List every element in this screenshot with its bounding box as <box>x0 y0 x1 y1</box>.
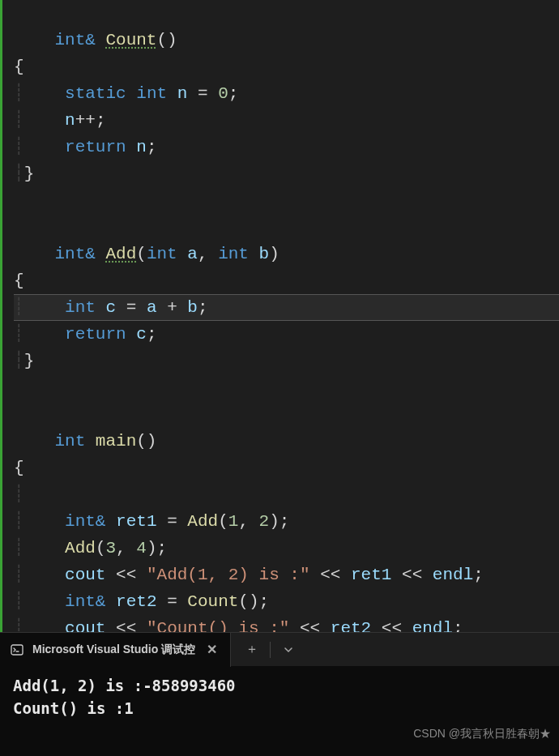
function-name: Count <box>105 31 156 49</box>
chevron-down-icon[interactable] <box>277 639 300 661</box>
code-line[interactable]: { <box>2 455 559 481</box>
keyword: int& <box>54 31 95 49</box>
output-line: Add(1, 2) is :-858993460 <box>13 674 546 697</box>
terminal-output[interactable]: Add(1, 2) is :-858993460 Count() is :1 <box>0 666 559 728</box>
new-tab-button[interactable]: ＋ <box>241 639 263 661</box>
terminal-tab[interactable]: Microsoft Visual Studio 调试控 ✕ <box>0 633 231 667</box>
code-line[interactable]: int main() <box>2 401 559 455</box>
code-line[interactable]: { <box>2 267 559 294</box>
code-line[interactable]: ┊ int& ret2 = Count(); <box>2 588 559 615</box>
code-line[interactable]: int& Add(int a, int b) <box>2 214 559 267</box>
close-icon[interactable]: ✕ <box>203 642 220 657</box>
code-line[interactable]: ┊ static int n = 0; <box>2 80 559 107</box>
code-line[interactable] <box>2 187 559 214</box>
tab-actions: ＋ <box>231 639 300 661</box>
code-line[interactable]: ┊ cout << "Add(1, 2) is :" << ret1 << en… <box>2 562 559 588</box>
code-line[interactable]: ┊ return c; <box>2 321 559 348</box>
code-line[interactable]: ┊ n++; <box>2 107 559 134</box>
code-line[interactable]: ┆} <box>2 348 559 374</box>
code-line[interactable]: { <box>2 53 559 80</box>
terminal-icon <box>10 643 24 657</box>
code-line[interactable]: ┊ return n; <box>2 134 559 160</box>
watermark: CSDN @我言秋日胜春朝★ <box>413 727 551 741</box>
code-line[interactable]: int& Count() <box>2 0 559 53</box>
code-line[interactable]: ┆} <box>2 160 559 187</box>
params: () <box>156 31 177 49</box>
terminal-tab-bar: Microsoft Visual Studio 调试控 ✕ ＋ <box>0 632 559 666</box>
tab-title: Microsoft Visual Studio 调试控 <box>32 643 195 657</box>
code-line[interactable]: ┊ int c = a + b; <box>2 294 559 321</box>
terminal-panel: Microsoft Visual Studio 调试控 ✕ ＋ Add(1, 2… <box>0 632 559 756</box>
output-line: Count() is :1 <box>13 697 546 720</box>
code-line[interactable]: ┊ <box>2 481 559 508</box>
code-editor[interactable]: int& Count() { ┊ static int n = 0; ┊ n++… <box>0 0 559 632</box>
divider <box>270 642 271 658</box>
code-line[interactable]: ┊ Add(3, 4); <box>2 535 559 562</box>
svg-rect-0 <box>11 645 23 655</box>
code-line[interactable] <box>2 374 559 401</box>
code-line[interactable]: ┊ int& ret1 = Add(1, 2); <box>2 508 559 535</box>
